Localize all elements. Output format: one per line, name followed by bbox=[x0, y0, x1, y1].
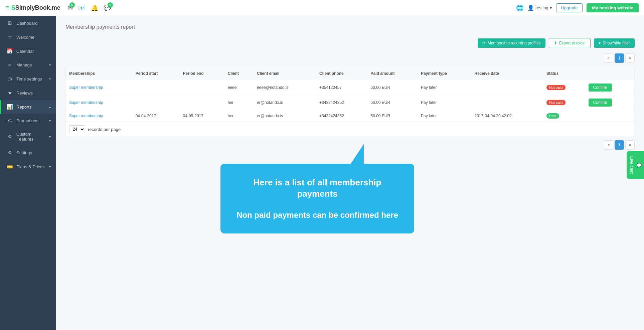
cell-email-0: eeee@notando.is bbox=[254, 80, 316, 95]
cell-email-1: er@notando.is bbox=[254, 95, 316, 110]
next-page-button-bottom[interactable]: » bbox=[625, 140, 635, 150]
confirm-button-1[interactable]: Confirm bbox=[589, 99, 612, 107]
sidebar-item-welcome[interactable]: ☆ Welcome bbox=[0, 30, 56, 44]
cell-payment-type-1: Pay later bbox=[418, 95, 471, 110]
user-label: testing bbox=[535, 5, 548, 10]
user-chevron-icon: ▾ bbox=[550, 5, 552, 10]
tooltip-box: Here is a list of all membership payment… bbox=[220, 164, 414, 233]
cell-phone-0: +354123457 bbox=[316, 80, 367, 95]
logo-icon: ≡ bbox=[5, 4, 9, 12]
cell-client-1: her bbox=[224, 95, 254, 110]
page-1-button-bottom[interactable]: 1 bbox=[615, 140, 624, 150]
filter-label: Show/hide filter bbox=[603, 41, 630, 45]
cell-membership-0: Super membership bbox=[66, 80, 132, 95]
logo-s: S bbox=[11, 4, 15, 11]
live-chat-label: Live chat bbox=[629, 156, 634, 174]
sidebar-item-plans-prices[interactable]: 💳 Plans & Prices ▾ bbox=[0, 160, 56, 174]
page-1-button-top[interactable]: 1 bbox=[615, 53, 624, 63]
sidebar-item-custom-features[interactable]: ⚙ Custom Features ▾ bbox=[0, 128, 56, 146]
col-receive-date: Receive date bbox=[471, 67, 543, 80]
sidebar-label-dashboard: Dashboard bbox=[16, 21, 51, 26]
sidebar-item-reports[interactable]: 📊 Reports ▴ bbox=[0, 100, 56, 114]
sidebar-item-calendar[interactable]: 📅 Calendar bbox=[0, 44, 56, 58]
live-chat-button[interactable]: 💬 Live chat bbox=[627, 151, 644, 179]
calendar-icon: 📅 bbox=[6, 48, 13, 54]
bell-icon: 🔔 bbox=[91, 5, 98, 11]
sidebar-item-dashboard[interactable]: ⊞ Dashboard bbox=[0, 16, 56, 30]
prev-page-button-top[interactable]: « bbox=[604, 53, 613, 63]
pagination-top: « 1 » bbox=[604, 53, 635, 63]
sidebar: ⊞ Dashboard ☆ Welcome 📅 Calendar ≡ Manag… bbox=[0, 16, 56, 330]
col-client-phone: Client phone bbox=[316, 67, 367, 80]
cell-status-1: Not paid bbox=[543, 95, 585, 110]
globe-icon[interactable]: 🌐 bbox=[516, 4, 523, 12]
app-logo[interactable]: ≡ SSimplyBook.me bbox=[5, 4, 60, 12]
sidebar-label-time-settings: Time settings bbox=[16, 76, 46, 81]
cell-confirm-1: Confirm bbox=[585, 95, 634, 110]
topnav-right: 🌐 👤 testing ▾ Upgrade My booking website bbox=[516, 3, 639, 12]
cell-period-end-0 bbox=[180, 80, 224, 95]
cell-client-2: her bbox=[224, 110, 254, 122]
reviews-icon: ★ bbox=[6, 90, 13, 96]
cell-confirm-0: Confirm bbox=[585, 80, 634, 95]
welcome-icon: ☆ bbox=[6, 34, 13, 40]
records-per-page-row: 24 12 48 records per page bbox=[66, 122, 634, 137]
table-header: Memberships Period start Period end Clie… bbox=[66, 67, 634, 80]
cell-status-0: Not paid bbox=[543, 80, 585, 95]
sidebar-item-manage[interactable]: ≡ Manage ▾ bbox=[0, 58, 56, 72]
col-status: Status bbox=[543, 67, 585, 80]
confirm-button-0[interactable]: Confirm bbox=[589, 84, 612, 92]
col-paid-amount: Paid amount bbox=[367, 67, 418, 80]
time-settings-chevron-icon: ▾ bbox=[49, 77, 51, 81]
sidebar-item-settings[interactable]: ⚙ Settings bbox=[0, 146, 56, 160]
sidebar-item-reviews[interactable]: ★ Reviews bbox=[0, 86, 56, 100]
cell-amount-2: 50.00 EUR bbox=[367, 110, 418, 122]
user-menu[interactable]: 👤 testing ▾ bbox=[527, 5, 552, 11]
cell-phone-2: +3432424352 bbox=[316, 110, 367, 122]
col-actions bbox=[585, 67, 634, 80]
email-icon: 📧 bbox=[78, 5, 86, 11]
promotions-icon: 🏷 bbox=[6, 118, 13, 124]
membership-link-2[interactable]: Super membership bbox=[69, 114, 103, 118]
email-button[interactable]: 📧 bbox=[78, 4, 86, 12]
export-to-excel-button[interactable]: ⬆ Export to excel bbox=[549, 38, 591, 48]
cell-amount-0: 50.00 EUR bbox=[367, 80, 418, 95]
cell-status-2: Paid bbox=[543, 110, 585, 122]
show-hide-filter-button[interactable]: ▾ Show/hide filter bbox=[594, 38, 635, 48]
cell-period-start-2: 04-04-2017 bbox=[132, 110, 180, 122]
cell-receive-date-2: 2017-04-04 20:42:02 bbox=[471, 110, 543, 122]
col-memberships: Memberships bbox=[66, 67, 132, 80]
records-per-page-select[interactable]: 24 12 48 bbox=[69, 125, 85, 133]
cell-confirm-2 bbox=[585, 110, 634, 122]
sidebar-item-time-settings[interactable]: ◷ Time settings ▾ bbox=[0, 72, 56, 86]
col-client-email: Client email bbox=[254, 67, 316, 80]
plans-prices-icon: 💳 bbox=[6, 164, 13, 170]
prev-page-button-bottom[interactable]: « bbox=[604, 140, 613, 150]
profiles-label: Membership recurring profiles bbox=[488, 41, 541, 45]
logo-name: SimplyBook.me bbox=[15, 4, 60, 11]
sidebar-label-reports: Reports bbox=[16, 105, 46, 110]
booking-website-button[interactable]: My booking website bbox=[587, 3, 639, 12]
tooltip-line1: Here is a list of all membership payment… bbox=[234, 177, 401, 200]
membership-recurring-profiles-button[interactable]: ⟳ Membership recurring profiles bbox=[478, 38, 545, 48]
cell-period-start-1 bbox=[132, 95, 180, 110]
notifications-button[interactable]: 🔔 bbox=[91, 4, 98, 12]
upgrade-button[interactable]: Upgrade bbox=[556, 3, 583, 12]
header-row: Memberships Period start Period end Clie… bbox=[66, 67, 634, 80]
cell-email-2: er@notando.is bbox=[254, 110, 316, 122]
cell-phone-1: +3432424352 bbox=[316, 95, 367, 110]
reports-icon: 📊 bbox=[6, 104, 13, 110]
records-per-page-label: records per page bbox=[88, 127, 121, 132]
plans-prices-chevron-icon: ▾ bbox=[49, 165, 51, 169]
sidebar-item-promotions[interactable]: 🏷 Promotions ▾ bbox=[0, 114, 56, 128]
membership-link-0[interactable]: Super membership bbox=[69, 85, 103, 90]
custom-features-icon: ⚙ bbox=[6, 134, 13, 140]
sidebar-label-manage: Manage bbox=[16, 62, 46, 67]
chat-button[interactable]: 💬 1 bbox=[104, 4, 111, 12]
page-title: Membership payments report bbox=[65, 24, 635, 30]
manage-icon: ≡ bbox=[6, 62, 13, 68]
messages-button[interactable]: ✉ 5 bbox=[68, 4, 73, 12]
membership-link-1[interactable]: Super membership bbox=[69, 100, 103, 105]
next-page-button-top[interactable]: » bbox=[625, 53, 635, 63]
live-chat-icon: 💬 bbox=[637, 163, 641, 168]
